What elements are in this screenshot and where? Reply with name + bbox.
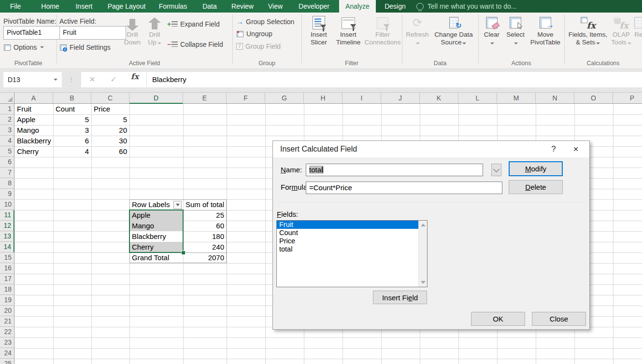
tab-file[interactable]: File xyxy=(2,0,29,13)
listbox-scrollbar[interactable] xyxy=(418,221,427,287)
cell-C1[interactable]: Price xyxy=(91,104,129,114)
insert-slicer-button[interactable]: Insert Slicer xyxy=(305,14,332,59)
drill-up-button[interactable]: Drill Up xyxy=(144,14,165,59)
field-option-price[interactable]: Price xyxy=(277,237,419,245)
column-header-M[interactable]: M xyxy=(497,93,536,104)
cell-B3[interactable]: 3 xyxy=(53,125,91,136)
cell-B1[interactable]: Count xyxy=(53,104,91,114)
close-icon[interactable]: × xyxy=(568,141,584,157)
row-header-24[interactable]: 24 xyxy=(0,348,14,359)
close-button[interactable]: Close xyxy=(532,312,586,326)
field-option-count[interactable]: Count xyxy=(277,229,419,237)
name-dropdown-button[interactable] xyxy=(491,164,501,176)
scroll-up-icon[interactable] xyxy=(421,224,426,226)
row-header-14[interactable]: 14 xyxy=(0,242,14,252)
olap-tools-button[interactable]: fx OLAP Tools xyxy=(610,14,633,59)
tell-me-box[interactable]: Tell me what you want to do... xyxy=(416,0,516,13)
row-header-21[interactable]: 21 xyxy=(0,316,14,327)
field-settings-button[interactable]: i Field Settings xyxy=(59,43,111,51)
group-selection-button[interactable]: → Group Selection xyxy=(236,17,294,26)
options-button[interactable]: Options xyxy=(3,43,44,51)
cell-C4[interactable]: 30 xyxy=(91,136,129,146)
cell-A5[interactable]: Cherry xyxy=(14,146,53,157)
insert-field-button[interactable]: Insert Field xyxy=(373,291,427,304)
cell-C2[interactable]: 5 xyxy=(91,114,129,125)
fields-items-sets-button[interactable]: fx Fields, Items, & Sets xyxy=(567,14,609,59)
row-header-2[interactable]: 2 xyxy=(0,114,14,125)
column-header-C[interactable]: C xyxy=(91,93,129,104)
cancel-icon[interactable]: ✕ xyxy=(85,72,100,87)
tab-view[interactable]: View xyxy=(262,0,289,13)
collapse-field-button[interactable]: − Collapse Field xyxy=(167,41,223,48)
column-header-G[interactable]: G xyxy=(265,93,304,104)
row-header-25[interactable]: 25 xyxy=(0,359,14,364)
dialog-title-bar[interactable]: Insert Calculated Field ? × xyxy=(273,141,589,157)
column-header-J[interactable]: J xyxy=(381,93,420,104)
refresh-button[interactable]: ⟳ Refresh xyxy=(405,14,430,59)
relationships-button-truncated[interactable]: Re xyxy=(634,14,642,59)
row-header-20[interactable]: 20 xyxy=(0,306,14,316)
column-header-D[interactable]: D xyxy=(129,93,183,104)
tab-insert[interactable]: Insert xyxy=(70,0,99,13)
column-header-B[interactable]: B xyxy=(53,93,91,104)
cell-A3[interactable]: Mango xyxy=(14,125,53,136)
column-header-A[interactable]: A xyxy=(14,93,53,104)
filter-connections-button[interactable]: Filter Connections xyxy=(364,14,401,59)
row-header-4[interactable]: 4 xyxy=(0,136,14,146)
move-pivottable-button[interactable]: → Move PivotTable xyxy=(528,14,562,59)
delete-button[interactable]: Delete xyxy=(509,180,563,194)
row-header-23[interactable]: 23 xyxy=(0,337,14,348)
column-header-K[interactable]: K xyxy=(420,93,458,104)
cell-A4[interactable]: Blackberry xyxy=(14,136,53,146)
row-header-11[interactable]: 11 xyxy=(0,210,14,221)
row-header-17[interactable]: 17 xyxy=(0,274,14,284)
row-header-5[interactable]: 5 xyxy=(0,146,14,157)
tab-page-layout[interactable]: Page Layout xyxy=(102,0,151,13)
column-header-L[interactable]: L xyxy=(458,93,497,104)
scroll-down-icon[interactable] xyxy=(421,281,426,284)
change-data-source-button[interactable]: ↻ Change Data Source xyxy=(431,14,476,59)
row-header-22[interactable]: 22 xyxy=(0,327,14,337)
tab-analyze[interactable]: Analyze xyxy=(339,0,376,13)
row-header-16[interactable]: 16 xyxy=(0,263,14,274)
cell-C3[interactable]: 20 xyxy=(91,125,129,136)
name-box-dropdown-icon[interactable] xyxy=(54,79,57,81)
calc-field-name-input[interactable]: total xyxy=(306,164,483,176)
row-header-3[interactable]: 3 xyxy=(0,125,14,136)
clear-button[interactable]: Clear xyxy=(481,14,502,59)
calc-field-formula-input[interactable]: =Count*Price xyxy=(306,182,502,194)
enter-icon[interactable]: ✓ xyxy=(106,72,121,87)
row-header-13[interactable]: 13 xyxy=(0,231,14,242)
select-all-corner[interactable] xyxy=(0,93,14,104)
formula-input[interactable]: Blackberry xyxy=(152,72,186,87)
column-header-H[interactable]: H xyxy=(304,93,342,104)
tab-developer[interactable]: Developer xyxy=(292,0,336,13)
column-header-P[interactable]: P xyxy=(613,93,642,104)
help-icon[interactable]: ? xyxy=(546,141,561,157)
cell-B2[interactable]: 5 xyxy=(53,114,91,125)
tab-data[interactable]: Data xyxy=(196,0,223,13)
ok-button[interactable]: OK xyxy=(471,312,525,326)
insert-timeline-button[interactable]: Insert Timeline xyxy=(333,14,363,59)
select-button[interactable]: Select xyxy=(504,14,527,59)
fill-handle[interactable] xyxy=(181,251,185,255)
tab-review[interactable]: Review xyxy=(227,0,258,13)
column-header-I[interactable]: I xyxy=(342,93,381,104)
drill-down-button[interactable]: Drill Down xyxy=(122,14,143,59)
row-header-10[interactable]: 10 xyxy=(0,199,14,210)
column-header-E[interactable]: E xyxy=(183,93,227,104)
row-header-18[interactable]: 18 xyxy=(0,284,14,295)
fields-listbox[interactable]: FruitCountPricetotal xyxy=(276,220,428,287)
row-labels-filter-button[interactable] xyxy=(173,201,182,209)
expand-field-button[interactable]: + Expand Field xyxy=(167,20,220,28)
pivottable-name-input[interactable]: PivotTable1 xyxy=(3,26,60,40)
field-option-total[interactable]: total xyxy=(277,245,419,253)
cell-A2[interactable]: Apple xyxy=(14,114,53,125)
cell-B5[interactable]: 4 xyxy=(53,146,91,157)
row-header-7[interactable]: 7 xyxy=(0,168,14,178)
formula-bar-grip[interactable]: ⋮ xyxy=(68,72,74,87)
cell-A1[interactable]: Fruit xyxy=(14,104,53,114)
row-header-9[interactable]: 9 xyxy=(0,189,14,199)
row-header-12[interactable]: 12 xyxy=(0,221,14,231)
row-header-19[interactable]: 19 xyxy=(0,295,14,306)
